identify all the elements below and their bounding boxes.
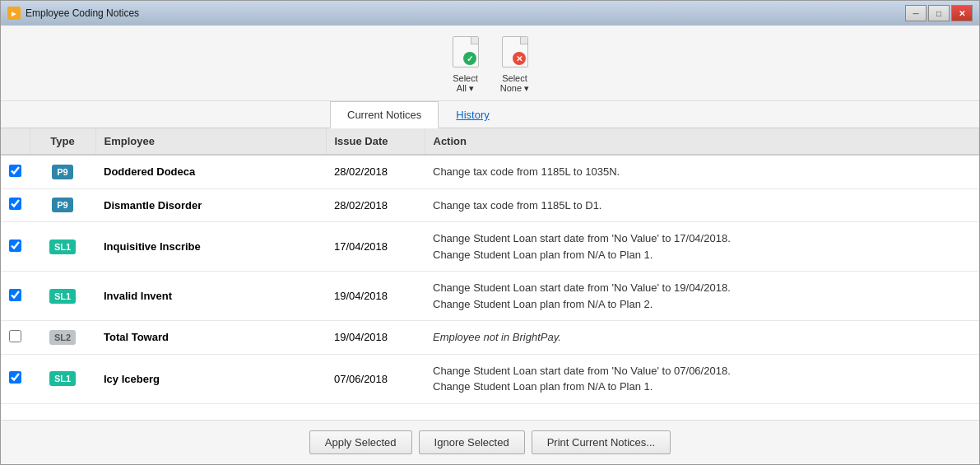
select-all-button[interactable]: ✓ SelectAll ▾	[449, 34, 482, 94]
select-none-icon: ✕	[499, 34, 532, 70]
header-employee: Employee	[95, 128, 326, 155]
row-checkbox-cell	[1, 155, 30, 188]
row-type-cell: SL1	[30, 272, 95, 321]
type-badge: SL2	[49, 330, 76, 345]
row-checkbox[interactable]	[9, 371, 21, 384]
type-badge: SL1	[49, 371, 76, 386]
row-action: Change tax code from 1185L to 1035N.	[425, 155, 979, 188]
header-check	[1, 128, 30, 155]
type-badge: SL1	[49, 289, 76, 304]
table-row: SL1Inquisitive Inscribe17/04/2018Change …	[1, 222, 979, 272]
row-type-cell: SL1	[30, 222, 95, 272]
row-employee: Total Toward	[95, 321, 326, 355]
row-action: Change tax code from 1185L to D1.	[425, 188, 979, 222]
select-all-icon: ✓	[449, 34, 482, 70]
row-issue-date: 19/04/2018	[326, 321, 425, 355]
row-action: Change Student Loan start date from 'No …	[425, 272, 979, 321]
row-issue-date: 19/04/2018	[326, 272, 425, 321]
type-badge: SL1	[49, 239, 76, 254]
row-checkbox-cell	[1, 321, 30, 355]
row-issue-date: 28/02/2018	[326, 188, 425, 222]
row-action: Employee not in BrightPay.	[425, 321, 979, 355]
table-row: SL1Invalid Invent19/04/2018Change Studen…	[1, 272, 979, 321]
header-action: Action	[425, 128, 979, 155]
tabs-bar: Current Notices History	[1, 101, 979, 128]
row-issue-date: 17/04/2018	[326, 222, 425, 272]
row-issue-date: 07/06/2018	[326, 354, 425, 403]
row-checkbox[interactable]	[9, 330, 21, 342]
window-title: Employee Coding Notices	[26, 7, 139, 19]
row-checkbox-cell	[1, 188, 30, 222]
table-header-row: Type Employee Issue Date Action	[1, 128, 979, 155]
table-row: P9Doddered Dodeca28/02/2018Change tax co…	[1, 155, 979, 188]
row-employee: Doddered Dodeca	[95, 155, 326, 188]
header-issue-date: Issue Date	[326, 128, 425, 155]
table-container: Type Employee Issue Date Action P9Dodder…	[1, 128, 979, 420]
type-badge: P9	[52, 165, 72, 179]
x-badge: ✕	[513, 52, 526, 65]
app-icon: ►	[7, 7, 21, 20]
main-window: ► Employee Coding Notices ─ □ ✕ ✓ Select…	[0, 0, 980, 465]
header-type: Type	[30, 128, 95, 155]
tab-history[interactable]: History	[439, 101, 506, 128]
row-type-cell: P9	[30, 188, 95, 222]
row-checkbox[interactable]	[9, 289, 21, 301]
title-bar-left: ► Employee Coding Notices	[7, 7, 139, 20]
table-row: SL1Icy Iceberg07/06/2018Change Student L…	[1, 354, 979, 403]
apply-selected-button[interactable]: Apply Selected	[309, 430, 412, 454]
row-employee: Inquisitive Inscribe	[95, 222, 326, 272]
toolbar: ✓ SelectAll ▾ ✕ SelectNone ▾	[1, 26, 979, 101]
row-type-cell: SL2	[30, 321, 95, 355]
close-button[interactable]: ✕	[951, 5, 973, 21]
row-issue-date: 28/02/2018	[326, 155, 425, 188]
row-checkbox[interactable]	[9, 239, 21, 252]
minimize-button[interactable]: ─	[905, 5, 927, 21]
check-badge: ✓	[463, 52, 476, 65]
row-checkbox-cell	[1, 272, 30, 321]
table-row: P9Dismantle Disorder28/02/2018Change tax…	[1, 188, 979, 222]
select-none-button[interactable]: ✕ SelectNone ▾	[499, 34, 532, 94]
select-all-label: SelectAll ▾	[453, 73, 478, 94]
row-action: Change Student Loan start date from 'No …	[425, 222, 979, 272]
row-checkbox[interactable]	[9, 165, 21, 177]
row-type-cell: SL1	[30, 354, 95, 403]
print-current-notices-button[interactable]: Print Current Notices...	[532, 430, 671, 454]
row-employee: Icy Iceberg	[95, 354, 326, 403]
title-bar: ► Employee Coding Notices ─ □ ✕	[1, 1, 979, 26]
row-employee: Dismantle Disorder	[95, 188, 326, 222]
notices-table: Type Employee Issue Date Action P9Dodder…	[1, 128, 979, 404]
tab-current-notices[interactable]: Current Notices	[330, 101, 439, 128]
type-badge: P9	[52, 198, 72, 212]
footer: Apply Selected Ignore Selected Print Cur…	[1, 420, 979, 464]
select-none-label: SelectNone ▾	[500, 73, 529, 94]
ignore-selected-button[interactable]: Ignore Selected	[419, 430, 525, 454]
row-employee: Invalid Invent	[95, 272, 326, 321]
window-controls: ─ □ ✕	[905, 5, 973, 21]
row-checkbox[interactable]	[9, 198, 21, 210]
row-checkbox-cell	[1, 354, 30, 403]
maximize-button[interactable]: □	[928, 5, 950, 21]
row-checkbox-cell	[1, 222, 30, 272]
row-action: Change Student Loan start date from 'No …	[425, 354, 979, 403]
row-type-cell: P9	[30, 155, 95, 188]
table-row: SL2Total Toward19/04/2018Employee not in…	[1, 321, 979, 355]
